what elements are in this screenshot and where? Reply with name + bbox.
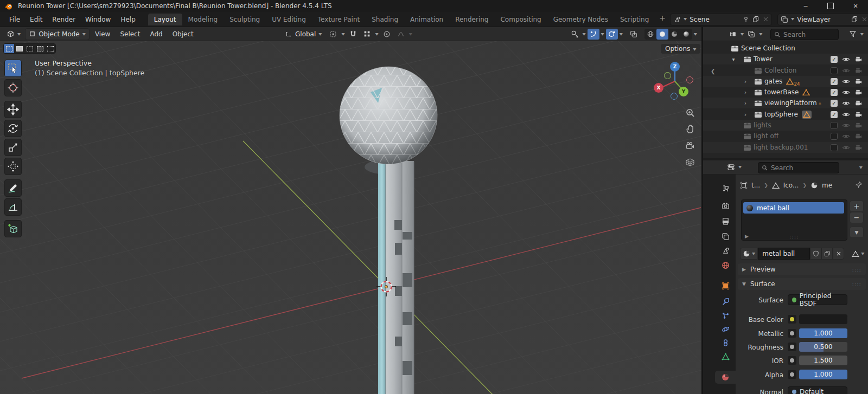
chevron-down-icon[interactable]: ▼ xyxy=(409,32,412,36)
close-button[interactable]: ✕ xyxy=(843,0,868,12)
tower-model[interactable] xyxy=(340,67,437,394)
tab-uv-editing[interactable]: UV Editing xyxy=(266,14,312,25)
disable-render-camera-icon[interactable] xyxy=(854,111,863,118)
properties-editor-icon[interactable] xyxy=(725,162,737,173)
collection-exclude-checkbox[interactable]: ✓ xyxy=(831,100,838,107)
disable-render-camera-icon[interactable] xyxy=(854,100,863,106)
outliner-row-viewingplatform[interactable]: › viewingPlatform ✓ xyxy=(703,98,868,108)
outliner-row-collection[interactable]: Collection xyxy=(703,65,868,76)
tab-shading[interactable]: Shading xyxy=(366,14,404,25)
base-color-swatch[interactable] xyxy=(799,314,847,324)
value-socket-icon[interactable] xyxy=(788,343,796,351)
expand-chevron-icon[interactable]: › xyxy=(742,100,749,106)
zoom-button[interactable] xyxy=(684,107,696,119)
hide-eye-icon[interactable] xyxy=(842,56,850,63)
shading-material-button[interactable] xyxy=(668,29,680,40)
tab-material[interactable] xyxy=(715,371,736,384)
hide-eye-icon[interactable] xyxy=(842,133,850,140)
chevron-down-icon[interactable]: ▼ xyxy=(859,166,863,170)
proportional-editing-toggle[interactable] xyxy=(381,29,393,40)
tab-view-layer[interactable] xyxy=(717,230,733,243)
tool-rotate[interactable] xyxy=(4,120,22,137)
normal-field[interactable]: Default xyxy=(788,386,847,394)
outliner-search-input[interactable]: Search xyxy=(770,29,839,40)
metallic-slider[interactable]: 1.000 xyxy=(799,328,847,338)
collection-exclude-checkbox[interactable] xyxy=(831,133,838,140)
tab-scene[interactable] xyxy=(717,244,733,257)
chevron-down-icon[interactable]: ▼ xyxy=(860,32,864,36)
menu-add[interactable]: Add xyxy=(145,29,167,40)
disable-render-camera-icon[interactable] xyxy=(854,67,863,74)
chevron-down-icon[interactable]: ▼ xyxy=(741,32,744,36)
chevron-down-icon[interactable]: ▼ xyxy=(341,32,344,36)
outliner-display-mode-button[interactable] xyxy=(727,29,739,40)
minimize-button[interactable]: ─ xyxy=(793,0,818,12)
pan-hand-button[interactable] xyxy=(684,123,696,135)
tab-sculpting[interactable]: Sculpting xyxy=(224,14,266,25)
outliner-row-gates[interactable]: › gates 24 ✓ xyxy=(703,76,868,87)
disable-render-camera-icon[interactable] xyxy=(854,78,863,85)
tab-render[interactable] xyxy=(717,199,733,212)
snap-toggle-magnet-icon[interactable] xyxy=(347,29,359,40)
collection-exclude-checkbox[interactable]: ✓ xyxy=(831,89,838,96)
unlink-scene-icon[interactable] xyxy=(763,16,769,22)
menu-select[interactable]: Select xyxy=(116,29,144,40)
chevron-down-icon[interactable]: ▼ xyxy=(601,32,604,36)
roughness-slider[interactable]: 0.500 xyxy=(799,342,847,352)
value-socket-icon[interactable] xyxy=(788,329,796,338)
collection-exclude-checkbox[interactable] xyxy=(831,67,838,74)
show-gizmo-toggle[interactable] xyxy=(588,29,599,40)
disable-render-camera-icon[interactable] xyxy=(854,122,863,128)
tab-animation[interactable]: Animation xyxy=(404,14,449,25)
snap-target-button[interactable] xyxy=(361,29,373,40)
navigation-gizmo[interactable]: Z X Y xyxy=(650,57,700,107)
chevron-down-icon[interactable]: ▼ xyxy=(375,32,379,36)
xray-toggle[interactable] xyxy=(628,29,640,40)
tower-top-sphere[interactable] xyxy=(340,67,437,164)
collection-exclude-checkbox[interactable] xyxy=(831,122,838,129)
hide-eye-icon[interactable] xyxy=(842,100,850,107)
tool-cursor[interactable] xyxy=(4,79,22,96)
ior-slider[interactable]: 1.500 xyxy=(799,356,847,365)
outliner-filter-funnel-button[interactable] xyxy=(847,29,859,40)
mode-selector[interactable]: Object Mode ▼ xyxy=(25,28,90,40)
chevron-down-icon[interactable]: ▼ xyxy=(694,32,697,36)
material-slot-selected[interactable]: metal ball xyxy=(743,202,844,214)
menu-object[interactable]: Object xyxy=(168,29,198,40)
outliner-row-lights[interactable]: lights xyxy=(703,120,868,131)
color-socket-icon[interactable] xyxy=(788,315,796,324)
select-extend-button[interactable] xyxy=(14,44,24,53)
tool-add-cube[interactable] xyxy=(4,220,22,237)
slot-expand-arrow[interactable]: ▶ xyxy=(745,234,749,239)
surface-shader-button[interactable]: Principled BSDF xyxy=(788,294,847,305)
pin-icon[interactable] xyxy=(855,181,863,189)
tab-object-data[interactable] xyxy=(717,350,733,363)
surface-panel-header[interactable]: ▼ Surface :::: xyxy=(738,278,866,290)
fake-user-shield-button[interactable] xyxy=(810,248,821,260)
gizmo-axis-x-negative[interactable] xyxy=(686,76,693,83)
collection-exclude-checkbox[interactable]: ✓ xyxy=(831,111,838,118)
outliner-row-towerbase[interactable]: › towerBase ✓ xyxy=(703,87,868,98)
tool-annotate[interactable] xyxy=(4,179,22,197)
shading-solid-button[interactable] xyxy=(656,29,668,40)
new-material-copy-button[interactable] xyxy=(821,248,833,260)
tool-transform[interactable] xyxy=(4,158,22,175)
tab-scripting[interactable]: Scripting xyxy=(614,14,655,25)
expand-chevron-icon[interactable]: ▾ xyxy=(730,56,737,62)
disable-render-camera-icon[interactable] xyxy=(854,56,863,62)
select-set-button[interactable] xyxy=(4,44,14,53)
scene-selector[interactable]: ▼ Scene xyxy=(670,14,772,25)
tab-texture-paint[interactable]: Texture Paint xyxy=(312,14,366,25)
menu-render[interactable]: Render xyxy=(47,14,80,25)
tab-particles[interactable] xyxy=(717,309,733,322)
tab-world[interactable] xyxy=(717,259,733,272)
material-slot-specials-button[interactable]: ▼ xyxy=(850,227,864,238)
expand-chevron-icon[interactable]: › xyxy=(742,79,749,85)
properties-search-input[interactable]: Search xyxy=(758,162,839,173)
menu-help[interactable]: Help xyxy=(116,14,140,25)
gizmo-axis-z-negative[interactable] xyxy=(671,93,678,100)
tab-tool[interactable] xyxy=(717,182,733,195)
new-scene-copy-icon[interactable] xyxy=(752,16,760,23)
hide-eye-icon[interactable] xyxy=(842,67,850,74)
breadcrumb-object[interactable]: t... xyxy=(751,182,760,189)
